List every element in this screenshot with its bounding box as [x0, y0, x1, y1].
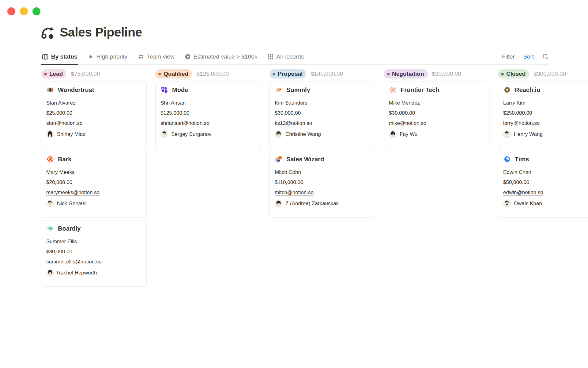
avatar: [46, 130, 54, 138]
filter-button[interactable]: Filter: [502, 53, 515, 60]
board-icon: [42, 54, 48, 60]
status-label: Lead: [49, 71, 63, 77]
status-pill-closed[interactable]: Closed: [498, 69, 529, 79]
status-label: Qualified: [164, 71, 188, 77]
card-wondertrust[interactable]: WondertrustStan Alvarez$25,000.00stan@no…: [41, 82, 147, 148]
company-name: Mode: [172, 86, 188, 94]
wondertrust-logo: [46, 86, 54, 94]
close-button[interactable]: [7, 7, 15, 15]
status-pill-qualified[interactable]: Qualified: [155, 69, 192, 79]
card-boardly[interactable]: BoardlySummer Ellis$30,000.00summer.elli…: [41, 220, 147, 287]
column-qualified: Qualified$125,000.00ModeShri Ansari$125,…: [155, 69, 261, 287]
page-title: Sales Pipeline: [60, 25, 142, 40]
status-dot: [158, 73, 161, 75]
owner-row: Shirley Miao: [46, 130, 141, 138]
contact-email[interactable]: stan@notion.so: [46, 120, 82, 126]
card-title-row: Frontier Tech: [389, 86, 484, 94]
owner-name: Rachel Hepworth: [57, 270, 97, 276]
card-bark[interactable]: BarkMary Meeks$20,000.00marymeeks@notion…: [41, 151, 147, 217]
tab-team-view[interactable]: Team view: [137, 50, 175, 65]
tab-all-records[interactable]: All records: [267, 50, 304, 65]
star-circle-icon: [185, 54, 191, 60]
column-closed: Closed$300,000.00Reach.ioLarry Kim$250,0…: [498, 69, 588, 287]
view-tabs: By statusHigh priorityTeam viewEstimated…: [41, 50, 313, 64]
contact-name: Mary Meeks: [46, 169, 141, 175]
search-icon[interactable]: [542, 53, 549, 60]
contact-email[interactable]: mike@notion.so: [389, 120, 426, 126]
contact-name: Larry Kim: [503, 100, 588, 106]
contact-email[interactable]: mitch@notion.so: [275, 190, 314, 195]
tab-by-status[interactable]: By status: [41, 50, 78, 65]
avatar: [46, 269, 54, 277]
column-lead: Lead$75,000.00WondertrustStan Alvarez$25…: [41, 69, 147, 287]
company-name: Wondertrust: [58, 86, 94, 94]
status-label: Closed: [506, 71, 526, 77]
status-dot: [44, 73, 47, 75]
card-title-row: Summly: [275, 86, 370, 94]
owner-row: Fay Wu: [389, 130, 484, 138]
owner-name: Fay Wu: [400, 131, 417, 137]
flame-icon: [88, 54, 94, 60]
card-reach-io[interactable]: Reach.ioLarry Kim$250,000.00larry@notion…: [498, 82, 588, 148]
status-label: Negotiation: [392, 71, 424, 77]
company-name: Bark: [58, 156, 71, 163]
window-controls: [7, 7, 40, 15]
contact-email[interactable]: larry@notion.so: [503, 120, 540, 126]
contact-name: Summer Ellis: [46, 239, 141, 245]
page-header: Sales Pipeline: [41, 25, 142, 40]
tab-estimated-value-100k[interactable]: Estimated value > $100k: [184, 50, 258, 65]
deal-amount: $30,000.00: [46, 249, 141, 255]
contact-name: Kim Saunders: [275, 100, 370, 106]
toolbar: Filter Sort: [502, 53, 549, 64]
tab-high-priority[interactable]: High priority: [87, 50, 128, 65]
owner-name: Henry Wang: [514, 131, 543, 137]
card-summly[interactable]: SummlyKim Saunders$30,000.00ks12@notion.…: [270, 82, 375, 148]
status-pill-lead[interactable]: Lead: [41, 69, 66, 79]
avatar: [389, 130, 397, 138]
contact-email[interactable]: edwin@notion.so: [503, 190, 543, 195]
column-total: $125,000.00: [196, 71, 229, 77]
card-mode[interactable]: ModeShri Ansari$125,000.00shriansari@not…: [155, 82, 261, 148]
sales-wizard-logo: [275, 155, 283, 163]
contact-email[interactable]: marymeeks@notion.so: [46, 190, 100, 195]
card-tims[interactable]: TimsEdwin Chan$50,000.00edwin@notion.soO…: [498, 151, 588, 217]
card-title-row: Reach.io: [503, 86, 588, 94]
deal-amount: $25,000.00: [46, 110, 141, 116]
contact-email[interactable]: shriansari@notion.so: [160, 120, 209, 126]
owner-row: Nick Gervasi: [46, 200, 141, 207]
zoom-button[interactable]: [32, 7, 40, 15]
card-title-row: Mode: [160, 86, 256, 94]
card-title-row: Sales Wizard: [275, 155, 370, 163]
company-name: Tims: [515, 156, 529, 163]
column-total: $30,000.00: [432, 71, 461, 77]
status-pill-negotiation[interactable]: Negotiation: [384, 69, 428, 79]
card-list: ModeShri Ansari$125,000.00shriansari@not…: [155, 82, 261, 148]
avatar: [275, 130, 282, 138]
minimize-button[interactable]: [20, 7, 28, 15]
company-name: Summly: [286, 86, 310, 94]
status-label: Proposal: [278, 71, 303, 77]
deal-amount: $250,000.00: [503, 110, 588, 116]
contact-email[interactable]: summer.ellis@notion.so: [46, 259, 102, 265]
column-header: Qualified$125,000.00: [155, 69, 261, 79]
card-sales-wizard[interactable]: Sales WizardMitch Cohn$110,000.00mitch@n…: [270, 151, 375, 217]
contact-name: Shri Ansari: [160, 100, 256, 106]
mode-logo: [160, 86, 168, 94]
column-header: Proposal$140,000.00: [270, 69, 375, 79]
avatar: [503, 130, 511, 138]
sort-button[interactable]: Sort: [523, 53, 534, 60]
owner-row: Henry Wang: [503, 130, 588, 138]
deal-amount: $125,000.00: [160, 110, 256, 116]
column-total: $300,000.00: [533, 71, 566, 77]
pipeline-icon: [41, 25, 55, 40]
owner-name: Z (Andrea) Zarkauskas: [285, 201, 339, 207]
company-name: Boardly: [58, 225, 81, 232]
card-list: SummlyKim Saunders$30,000.00ks12@notion.…: [270, 82, 375, 217]
card-frontier-tech[interactable]: Frontier TechMike Mendez$30,000.00mike@n…: [384, 82, 489, 148]
status-dot: [273, 73, 275, 75]
deal-amount: $30,000.00: [275, 110, 370, 116]
contact-email[interactable]: ks12@notion.so: [275, 120, 312, 126]
column-total: $75,000.00: [71, 71, 100, 77]
status-pill-proposal[interactable]: Proposal: [270, 69, 306, 79]
card-title-row: Bark: [46, 155, 141, 163]
